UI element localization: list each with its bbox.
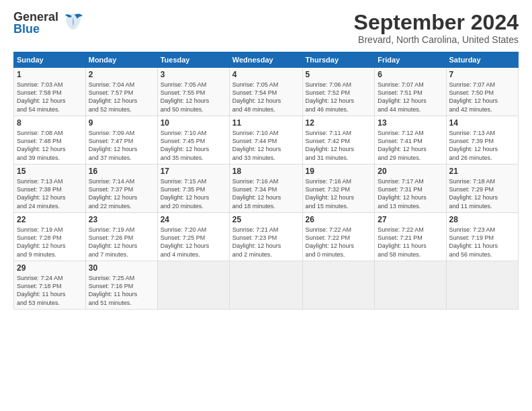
day-number: 30 xyxy=(89,263,154,273)
calendar-cell: 6Sunrise: 7:07 AM Sunset: 7:51 PM Daylig… xyxy=(375,68,446,116)
day-number: 18 xyxy=(232,167,300,176)
day-detail: Sunrise: 7:16 AM Sunset: 7:32 PM Dayligh… xyxy=(306,177,372,210)
day-number: 12 xyxy=(306,118,372,128)
col-header-thursday: Thursday xyxy=(302,52,375,68)
day-number: 8 xyxy=(17,118,83,128)
calendar-cell: 13Sunrise: 7:12 AM Sunset: 7:41 PM Dayli… xyxy=(375,116,446,165)
day-number: 10 xyxy=(161,118,226,128)
day-detail: Sunrise: 7:18 AM Sunset: 7:29 PM Dayligh… xyxy=(449,177,515,210)
column-headers: SundayMondayTuesdayWednesdayThursdayFrid… xyxy=(14,52,519,68)
logo-bird-icon xyxy=(61,9,85,34)
calendar-cell: 12Sunrise: 7:11 AM Sunset: 7:42 PM Dayli… xyxy=(302,116,375,165)
calendar-cell: 8Sunrise: 7:08 AM Sunset: 7:48 PM Daylig… xyxy=(14,116,86,165)
day-detail: Sunrise: 7:05 AM Sunset: 7:54 PM Dayligh… xyxy=(232,81,300,113)
day-detail: Sunrise: 7:25 AM Sunset: 7:16 PM Dayligh… xyxy=(89,274,154,307)
day-number: 23 xyxy=(89,215,154,224)
col-header-tuesday: Tuesday xyxy=(157,52,229,68)
logo-blue: Blue xyxy=(13,23,58,35)
day-detail: Sunrise: 7:04 AM Sunset: 7:57 PM Dayligh… xyxy=(89,81,154,113)
day-detail: Sunrise: 7:19 AM Sunset: 7:28 PM Dayligh… xyxy=(17,226,83,259)
day-number: 6 xyxy=(378,70,443,79)
day-detail: Sunrise: 7:22 AM Sunset: 7:22 PM Dayligh… xyxy=(306,226,372,259)
col-header-saturday: Saturday xyxy=(446,52,518,68)
calendar-cell: 27Sunrise: 7:22 AM Sunset: 7:21 PM Dayli… xyxy=(375,213,446,261)
calendar-cell: 28Sunrise: 7:23 AM Sunset: 7:19 PM Dayli… xyxy=(446,213,518,261)
day-detail: Sunrise: 7:06 AM Sunset: 7:52 PM Dayligh… xyxy=(306,81,372,113)
day-detail: Sunrise: 7:21 AM Sunset: 7:23 PM Dayligh… xyxy=(232,226,300,259)
month-title: September 2024 xyxy=(354,11,519,34)
day-detail: Sunrise: 7:05 AM Sunset: 7:55 PM Dayligh… xyxy=(161,81,226,113)
calendar-cell: 1Sunrise: 7:03 AM Sunset: 7:58 PM Daylig… xyxy=(14,68,86,116)
day-detail: Sunrise: 7:11 AM Sunset: 7:42 PM Dayligh… xyxy=(306,129,372,162)
calendar-cell: 20Sunrise: 7:17 AM Sunset: 7:31 PM Dayli… xyxy=(375,165,446,213)
day-detail: Sunrise: 7:13 AM Sunset: 7:38 PM Dayligh… xyxy=(17,177,83,210)
day-detail: Sunrise: 7:22 AM Sunset: 7:21 PM Dayligh… xyxy=(378,226,443,259)
calendar-cell: 18Sunrise: 7:16 AM Sunset: 7:34 PM Dayli… xyxy=(229,165,302,213)
calendar-cell: 15Sunrise: 7:13 AM Sunset: 7:38 PM Dayli… xyxy=(14,165,86,213)
page: General Blue September 2024 Brevard, Nor… xyxy=(0,0,532,411)
day-number: 27 xyxy=(378,215,443,224)
calendar-cell: 29Sunrise: 7:24 AM Sunset: 7:18 PM Dayli… xyxy=(14,261,86,310)
day-detail: Sunrise: 7:10 AM Sunset: 7:44 PM Dayligh… xyxy=(232,129,300,162)
calendar-cell: 3Sunrise: 7:05 AM Sunset: 7:55 PM Daylig… xyxy=(157,68,229,116)
day-detail: Sunrise: 7:15 AM Sunset: 7:35 PM Dayligh… xyxy=(161,177,226,210)
day-number: 4 xyxy=(232,70,300,79)
day-detail: Sunrise: 7:08 AM Sunset: 7:48 PM Dayligh… xyxy=(17,129,83,162)
day-detail: Sunrise: 7:10 AM Sunset: 7:45 PM Dayligh… xyxy=(161,129,226,162)
week-row-3: 15Sunrise: 7:13 AM Sunset: 7:38 PM Dayli… xyxy=(14,165,519,213)
day-detail: Sunrise: 7:09 AM Sunset: 7:47 PM Dayligh… xyxy=(89,129,154,162)
day-number: 25 xyxy=(232,215,300,224)
calendar-cell: 24Sunrise: 7:20 AM Sunset: 7:25 PM Dayli… xyxy=(157,213,229,261)
day-number: 14 xyxy=(449,118,515,128)
calendar-cell: 22Sunrise: 7:19 AM Sunset: 7:28 PM Dayli… xyxy=(14,213,86,261)
calendar-cell: 10Sunrise: 7:10 AM Sunset: 7:45 PM Dayli… xyxy=(157,116,229,165)
day-number: 7 xyxy=(449,70,515,79)
calendar-cell: 5Sunrise: 7:06 AM Sunset: 7:52 PM Daylig… xyxy=(302,68,375,116)
calendar-cell: 23Sunrise: 7:19 AM Sunset: 7:26 PM Dayli… xyxy=(85,213,157,261)
day-number: 2 xyxy=(89,70,154,79)
calendar-cell: 25Sunrise: 7:21 AM Sunset: 7:23 PM Dayli… xyxy=(229,213,302,261)
day-detail: Sunrise: 7:13 AM Sunset: 7:39 PM Dayligh… xyxy=(449,129,515,162)
calendar-cell xyxy=(446,261,518,310)
day-number: 17 xyxy=(161,167,226,176)
day-detail: Sunrise: 7:23 AM Sunset: 7:19 PM Dayligh… xyxy=(449,226,515,259)
calendar-cell: 30Sunrise: 7:25 AM Sunset: 7:16 PM Dayli… xyxy=(85,261,157,310)
title-block: September 2024 Brevard, North Carolina, … xyxy=(354,11,519,45)
day-number: 9 xyxy=(89,118,154,128)
day-detail: Sunrise: 7:07 AM Sunset: 7:51 PM Dayligh… xyxy=(378,81,443,113)
week-row-5: 29Sunrise: 7:24 AM Sunset: 7:18 PM Dayli… xyxy=(14,261,519,310)
day-detail: Sunrise: 7:24 AM Sunset: 7:18 PM Dayligh… xyxy=(17,274,83,307)
calendar-cell: 19Sunrise: 7:16 AM Sunset: 7:32 PM Dayli… xyxy=(302,165,375,213)
day-number: 19 xyxy=(306,167,372,176)
day-number: 28 xyxy=(449,215,515,224)
calendar-cell: 4Sunrise: 7:05 AM Sunset: 7:54 PM Daylig… xyxy=(229,68,302,116)
day-detail: Sunrise: 7:14 AM Sunset: 7:37 PM Dayligh… xyxy=(89,177,154,210)
calendar-table: SundayMondayTuesdayWednesdayThursdayFrid… xyxy=(13,52,519,310)
day-detail: Sunrise: 7:20 AM Sunset: 7:25 PM Dayligh… xyxy=(161,226,226,259)
day-number: 24 xyxy=(161,215,226,224)
location: Brevard, North Carolina, United States xyxy=(354,34,519,45)
calendar-cell: 16Sunrise: 7:14 AM Sunset: 7:37 PM Dayli… xyxy=(85,165,157,213)
day-detail: Sunrise: 7:07 AM Sunset: 7:50 PM Dayligh… xyxy=(449,81,515,113)
header: General Blue September 2024 Brevard, Nor… xyxy=(13,11,519,45)
calendar-cell: 21Sunrise: 7:18 AM Sunset: 7:29 PM Dayli… xyxy=(446,165,518,213)
col-header-sunday: Sunday xyxy=(14,52,86,68)
calendar-cell: 26Sunrise: 7:22 AM Sunset: 7:22 PM Dayli… xyxy=(302,213,375,261)
day-number: 21 xyxy=(449,167,515,176)
day-number: 5 xyxy=(306,70,372,79)
calendar-cell: 14Sunrise: 7:13 AM Sunset: 7:39 PM Dayli… xyxy=(446,116,518,165)
day-number: 13 xyxy=(378,118,443,128)
day-number: 1 xyxy=(17,70,83,79)
day-number: 16 xyxy=(89,167,154,176)
col-header-wednesday: Wednesday xyxy=(229,52,302,68)
day-number: 15 xyxy=(17,167,83,176)
calendar-cell xyxy=(302,261,375,310)
col-header-monday: Monday xyxy=(85,52,157,68)
calendar-cell xyxy=(229,261,302,310)
day-number: 20 xyxy=(378,167,443,176)
col-header-friday: Friday xyxy=(375,52,446,68)
day-detail: Sunrise: 7:16 AM Sunset: 7:34 PM Dayligh… xyxy=(232,177,300,210)
day-number: 29 xyxy=(17,263,83,273)
week-row-1: 1Sunrise: 7:03 AM Sunset: 7:58 PM Daylig… xyxy=(14,68,519,116)
logo: General Blue xyxy=(13,11,85,35)
